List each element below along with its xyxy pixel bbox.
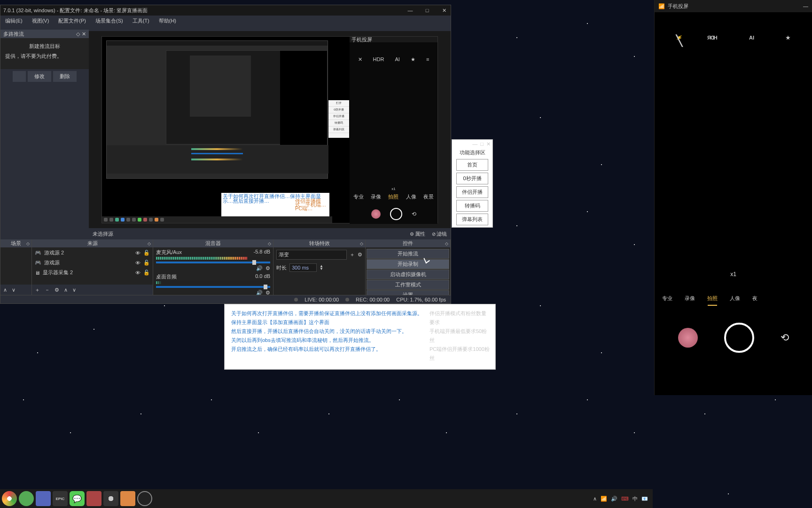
func-relay-button[interactable]: 转播码: [456, 200, 488, 212]
volume-slider[interactable]: [156, 286, 270, 288]
maximize-button[interactable]: □: [423, 8, 431, 14]
multipush-target[interactable]: 新建推流目标: [3, 41, 86, 52]
maximize-button[interactable]: □: [480, 141, 484, 147]
menu-view[interactable]: 视图(V): [29, 16, 52, 25]
app-icon[interactable]: [36, 491, 51, 506]
dock-popout-icon[interactable]: ◇: [76, 31, 80, 37]
lock-icon[interactable]: 🔓: [143, 250, 150, 256]
tray-notif-icon[interactable]: 📧: [641, 496, 648, 502]
lock-icon[interactable]: 🔓: [143, 270, 150, 276]
speaker-icon[interactable]: 🔊: [256, 290, 263, 295]
func-danmu-button[interactable]: 弹幕列表: [456, 214, 488, 225]
start-record-button[interactable]: 开始录制: [367, 259, 449, 269]
source-row[interactable]: 🎮游戏源 2👁🔓: [32, 248, 153, 258]
phone-titlebar[interactable]: 📶 手机投屏 —: [655, 0, 812, 12]
gallery-thumb[interactable]: [678, 328, 698, 348]
dock-menu-icon[interactable]: ◇: [26, 241, 30, 246]
obs-titlebar[interactable]: 7.0.1 (32-bit, windows) - 配置文件: 未命名 - 场景…: [0, 5, 451, 16]
app-icon[interactable]: [86, 491, 102, 506]
camera-modes[interactable]: 专业 录像 拍照 人像 夜: [655, 295, 812, 306]
func-partner-button[interactable]: 伴侣开播: [456, 186, 488, 198]
func-0start-button[interactable]: 0秒开播: [456, 173, 488, 184]
transition-select[interactable]: 渐变: [276, 250, 347, 260]
multipush-header[interactable]: 多路推流 ◇✕: [0, 30, 89, 38]
source-up-button[interactable]: ∧: [64, 287, 68, 293]
properties-button[interactable]: ⚙属性: [410, 230, 425, 238]
menu-edit[interactable]: 编辑(E): [2, 16, 25, 25]
ai-icon[interactable]: AI: [749, 35, 754, 41]
menu-tools[interactable]: 工具(T): [130, 16, 152, 25]
add-source-button[interactable]: ＋: [35, 286, 40, 294]
mode-photo[interactable]: 拍照: [707, 295, 718, 306]
app-icon[interactable]: ⏺: [103, 491, 118, 506]
trans-settings-button[interactable]: ⚙: [358, 252, 362, 258]
visibility-icon[interactable]: 👁: [135, 270, 141, 276]
speaker-icon[interactable]: 🔊: [256, 265, 263, 271]
chrome-icon[interactable]: [2, 491, 17, 506]
gear-icon[interactable]: ⚙: [265, 290, 270, 295]
scenes-up-button[interactable]: ∧: [3, 287, 7, 293]
multipush-edit-button[interactable]: 修改: [28, 71, 51, 82]
obs-icon[interactable]: [137, 491, 152, 506]
gear-icon[interactable]: ⚙: [265, 265, 270, 271]
trans-add-button[interactable]: ＋: [350, 251, 355, 258]
tray-network-icon[interactable]: 📶: [601, 496, 607, 502]
scenes-list[interactable]: [0, 248, 31, 285]
dock-menu-icon[interactable]: ◇: [268, 241, 271, 246]
studio-mode-button[interactable]: 工作室模式: [367, 280, 449, 290]
dock-menu-icon[interactable]: ◇: [148, 241, 151, 246]
menu-scenecoll[interactable]: 场景集合(S): [93, 16, 126, 25]
app-icon[interactable]: [120, 491, 135, 506]
mode-video[interactable]: 录像: [685, 295, 695, 306]
star-icon[interactable]: ★: [786, 35, 790, 41]
system-tray[interactable]: ∧ 📶 🔊 ⌨ 中 📧: [593, 495, 651, 502]
source-props-button[interactable]: ⚙: [55, 287, 59, 293]
close-button[interactable]: ✕: [440, 8, 448, 14]
source-row[interactable]: 🎮游戏源👁🔓: [32, 258, 153, 268]
volume-slider[interactable]: [156, 262, 270, 263]
close-button[interactable]: ✕: [486, 141, 491, 147]
source-down-button[interactable]: ∨: [72, 287, 76, 293]
minimize-button[interactable]: —: [472, 141, 477, 147]
tray-volume-icon[interactable]: 🔊: [611, 496, 617, 502]
tray-ime-icon[interactable]: ⌨: [621, 496, 629, 502]
sources-list[interactable]: 🎮游戏源 2👁🔓 🎮游戏源👁🔓 🖥显示器采集 2👁🔓: [32, 248, 153, 285]
spinner-icon[interactable]: ▲▼: [320, 265, 323, 270]
tray-expand-icon[interactable]: ∧: [593, 496, 597, 502]
remove-source-button[interactable]: －: [45, 286, 50, 294]
minimize-button[interactable]: —: [803, 3, 808, 9]
scenes-down-button[interactable]: ∨: [12, 287, 16, 293]
filters-button[interactable]: ⊘滤镜: [432, 230, 447, 238]
function-panel[interactable]: — □ ✕ 功能选择区 首页 0秒开播 伴侣开播 转播码 弹幕列表: [452, 139, 493, 228]
wechat-icon[interactable]: 💬: [70, 491, 85, 506]
source-row[interactable]: 🖥显示器采集 2👁🔓: [32, 268, 153, 278]
visibility-icon[interactable]: 👁: [135, 260, 141, 266]
virtual-cam-button[interactable]: 启动虚拟摄像机: [367, 270, 449, 279]
flip-camera-icon[interactable]: ⟲: [781, 332, 789, 344]
settings-button[interactable]: 设置: [367, 290, 449, 295]
multipush-delete-button[interactable]: 删除: [53, 71, 77, 82]
minimize-button[interactable]: —: [406, 8, 414, 14]
multipush-blank-button[interactable]: [13, 71, 26, 82]
dock-close-icon[interactable]: ✕: [82, 31, 86, 37]
mode-portrait[interactable]: 人像: [730, 295, 740, 306]
menu-help[interactable]: 帮助(H): [156, 16, 179, 25]
app-icon[interactable]: [19, 491, 34, 506]
lock-icon[interactable]: 🔓: [143, 260, 150, 266]
dock-menu-icon[interactable]: ◇: [445, 241, 448, 246]
mode-pro[interactable]: 专业: [662, 295, 672, 306]
dock-menu-icon[interactable]: ◇: [360, 241, 363, 246]
shutter-button[interactable]: [724, 323, 754, 353]
epic-icon[interactable]: EPIC: [53, 491, 68, 506]
zoom-indicator[interactable]: x1: [655, 271, 812, 278]
func-home-button[interactable]: 首页: [456, 159, 488, 171]
mode-night[interactable]: 夜: [752, 295, 757, 306]
start-stream-button[interactable]: 开始推流: [367, 249, 449, 259]
windows-taskbar[interactable]: EPIC 💬 ⏺ ∧ 📶 🔊 ⌨ 中 📧: [0, 489, 653, 508]
duration-input[interactable]: 300 ms: [289, 263, 317, 272]
hdr-icon[interactable]: HDR: [708, 35, 718, 41]
obs-preview[interactable]: 打开0防开播伴侣开播转播码弹幕列表 关于如何再次打开直播伴侣…保持主界面显示…然…: [89, 31, 451, 229]
tray-lang-icon[interactable]: 中: [632, 495, 638, 502]
visibility-icon[interactable]: 👁: [135, 250, 141, 256]
menu-profile[interactable]: 配置文件(P): [55, 16, 89, 25]
